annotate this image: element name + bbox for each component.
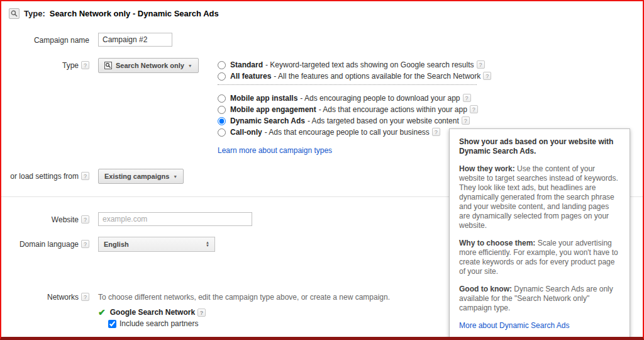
help-icon[interactable]: ? xyxy=(81,240,89,248)
networks-note: To choose different networks, edit the c… xyxy=(98,290,390,302)
tooltip-paragraph: Why to choose them: Scale your advertisi… xyxy=(459,239,620,276)
chevron-down-icon: ▼ xyxy=(173,174,177,179)
existing-campaigns-dropdown-button[interactable]: Existing campaigns ▼ xyxy=(98,169,184,184)
networks-content: To choose different networks, edit the c… xyxy=(98,290,390,328)
campaign-name-input[interactable] xyxy=(98,33,172,47)
header-type-prefix: Type: xyxy=(24,9,45,18)
campaign-name-row: Campaign name xyxy=(1,33,643,47)
help-icon[interactable]: ? xyxy=(197,309,206,317)
select-arrows-icon: ▲▼ xyxy=(206,241,209,247)
options-separator xyxy=(218,84,477,85)
type-dropdown-button[interactable]: Search Network only ▼ xyxy=(98,58,199,73)
help-icon[interactable]: ? xyxy=(81,172,89,180)
radio-option-mobile-app-installs[interactable]: Mobile app installs - Ads encouraging pe… xyxy=(218,94,491,103)
website-input[interactable] xyxy=(98,212,252,226)
tooltip-paragraph: How they work: Use the content of your w… xyxy=(459,164,620,230)
help-icon[interactable]: ? xyxy=(81,293,89,301)
radio-option-dynamic-search-ads[interactable]: Dynamic Search Ads - Ads targeted based … xyxy=(218,116,491,126)
tooltip-paragraph: Good to know: Dynamic Search Ads are onl… xyxy=(459,285,620,313)
learn-more-campaign-types-link[interactable]: Learn more about campaign types xyxy=(218,146,332,155)
page-header: Type: Search Network only - Dynamic Sear… xyxy=(1,1,643,23)
include-search-partners-row[interactable]: Include search partners xyxy=(108,319,390,328)
domain-language-label: Domain language? xyxy=(1,237,98,249)
help-icon[interactable]: ? xyxy=(432,128,440,136)
type-dropdown-col: Search Network only ▼ xyxy=(98,58,218,73)
campaign-name-label: Campaign name xyxy=(1,33,98,45)
radio-all-features[interactable] xyxy=(218,72,226,81)
help-icon[interactable]: ? xyxy=(462,116,470,125)
radio-mobile-app-engagement[interactable] xyxy=(218,106,226,114)
radio-standard[interactable] xyxy=(218,61,226,69)
page-title: Search Network only - Dynamic Search Ads xyxy=(50,9,219,18)
radio-dynamic-search-ads[interactable] xyxy=(218,117,226,125)
radio-option-mobile-app-engagement[interactable]: Mobile app engagement - Ads that encoura… xyxy=(218,105,491,115)
radio-option-standard[interactable]: Standard - Keyword-targeted text ads sho… xyxy=(218,60,491,70)
search-network-icon xyxy=(104,62,112,69)
green-check-icon: ✔ xyxy=(98,307,106,317)
help-icon[interactable]: ? xyxy=(81,61,89,69)
website-label: Website? xyxy=(1,212,98,224)
load-settings-label: or load settings from? xyxy=(1,169,98,181)
networks-label: Networks? xyxy=(1,290,98,302)
radio-option-all-features[interactable]: All features - All the features and opti… xyxy=(218,72,491,81)
help-icon[interactable]: ? xyxy=(463,94,471,102)
campaign-settings-page: Type: Search Network only - Dynamic Sear… xyxy=(0,0,644,340)
type-label: Type? xyxy=(1,58,98,70)
help-icon[interactable]: ? xyxy=(483,72,491,80)
help-icon[interactable]: ? xyxy=(81,215,89,224)
tooltip-heading: Show your ads based on your website with… xyxy=(459,137,620,156)
help-icon[interactable]: ? xyxy=(477,60,485,69)
google-search-network-row: ✔ Google Search Network ? xyxy=(98,307,390,317)
chevron-down-icon: ▼ xyxy=(188,64,192,68)
domain-language-select[interactable]: English ▲▼ xyxy=(98,237,215,252)
include-search-partners-checkbox[interactable] xyxy=(108,320,116,328)
search-campaign-icon xyxy=(9,8,19,19)
more-about-dynamic-search-ads-link[interactable]: More about Dynamic Search Ads xyxy=(459,321,569,330)
dynamic-search-ads-tooltip: Show your ads based on your website with… xyxy=(449,128,630,340)
radio-mobile-app-installs[interactable] xyxy=(218,94,226,103)
radio-call-only[interactable] xyxy=(218,128,226,137)
help-icon[interactable]: ? xyxy=(470,105,478,113)
